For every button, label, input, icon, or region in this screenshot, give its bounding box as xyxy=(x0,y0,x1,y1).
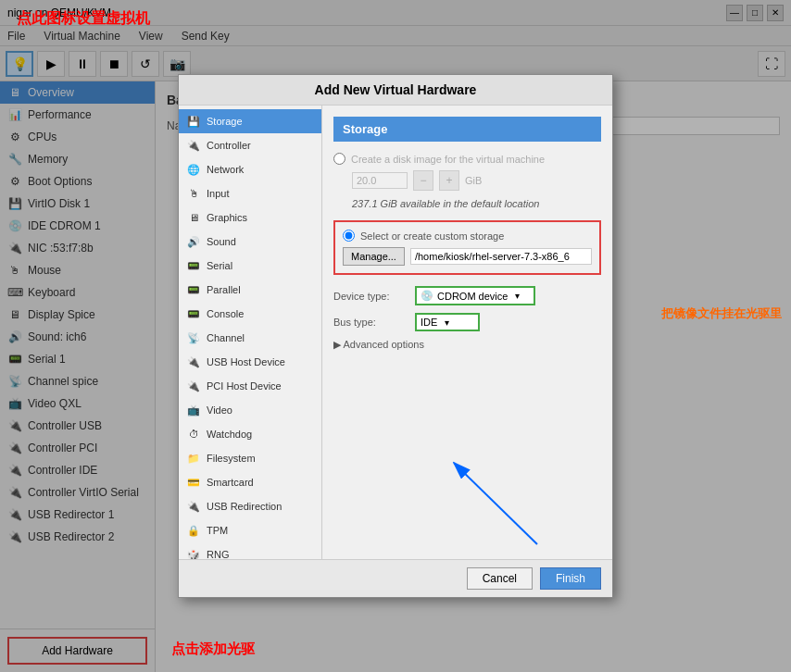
dialog-usb-host-label: USB Host Device xyxy=(207,356,285,367)
dialog-console-icon: 📟 xyxy=(186,306,201,321)
dialog-usb-redir-icon: 🔌 xyxy=(186,499,201,514)
dialog-item-tpm[interactable]: 🔒 TPM xyxy=(179,518,321,542)
custom-path-input[interactable] xyxy=(410,248,592,265)
dialog-controller-icon: 🔌 xyxy=(186,138,201,153)
dialog-smartcard-icon: 💳 xyxy=(186,475,201,490)
bus-type-dropdown-icon: ▾ xyxy=(445,317,449,328)
advanced-label: ▶ Advanced options xyxy=(333,339,424,351)
dialog-tpm-icon: 🔒 xyxy=(186,523,201,538)
dialog-usb-redir-label: USB Redirection xyxy=(207,501,282,512)
dialog-title: Add New Virtual Hardware xyxy=(179,75,612,106)
dialog-item-input[interactable]: 🖱 Input xyxy=(179,181,321,205)
dialog-item-graphics[interactable]: 🖥 Graphics xyxy=(179,205,321,230)
dialog-watchdog-label: Watchdog xyxy=(207,429,252,440)
dialog-input-label: Input xyxy=(207,188,229,199)
dialog-section-title: Storage xyxy=(333,117,601,142)
device-type-label: Device type: xyxy=(333,291,408,302)
dialog-channel-icon: 📡 xyxy=(186,330,201,345)
finish-button[interactable]: Finish xyxy=(540,567,601,590)
dialog-network-label: Network xyxy=(207,164,244,175)
dialog-tpm-label: TPM xyxy=(207,525,228,536)
dialog-pci-host-icon: 🔌 xyxy=(186,379,201,393)
dialog-console-label: Console xyxy=(207,308,244,319)
device-type-value: CDROM device xyxy=(437,291,508,302)
device-type-dropdown-icon: ▾ xyxy=(515,291,520,301)
cancel-button[interactable]: Cancel xyxy=(467,567,533,590)
dialog-left-panel: 💾 Storage 🔌 Controller 🌐 Network 🖱 Input… xyxy=(179,106,322,559)
manage-button[interactable]: Manage... xyxy=(343,247,405,266)
dialog-item-sound[interactable]: 🔊 Sound xyxy=(179,230,321,254)
dialog-storage-label: Storage xyxy=(207,116,243,127)
dialog-storage-icon: 💾 xyxy=(186,114,201,129)
dialog-item-video[interactable]: 📺 Video xyxy=(179,398,321,422)
size-unit: GiB xyxy=(465,175,482,186)
dialog-sound-icon: 🔊 xyxy=(186,234,201,249)
bus-type-label: Bus type: xyxy=(333,317,408,328)
dialog-rng-label: RNG xyxy=(207,549,229,559)
dialog-smartcard-label: Smartcard xyxy=(207,477,254,488)
device-type-select[interactable]: 💿 CDROM device ▾ xyxy=(415,286,535,305)
dialog-graphics-icon: 🖥 xyxy=(186,210,201,225)
size-input[interactable] xyxy=(352,172,408,189)
dialog-item-pci-host[interactable]: 🔌 PCI Host Device xyxy=(179,374,321,398)
dialog-rng-icon: 🎲 xyxy=(186,547,201,559)
size-plus-button[interactable]: + xyxy=(439,170,459,191)
radio-custom-storage[interactable] xyxy=(343,230,355,242)
radio-create-disk[interactable] xyxy=(333,153,345,165)
dialog-item-storage[interactable]: 💾 Storage xyxy=(179,109,321,133)
dialog-input-icon: 🖱 xyxy=(186,186,201,201)
available-text: 237.1 GiB available in the default locat… xyxy=(333,198,601,209)
dialog-sound-label: Sound xyxy=(207,236,236,247)
dialog-item-filesystem[interactable]: 📁 Filesystem xyxy=(179,446,321,470)
dialog-filesystem-label: Filesystem xyxy=(207,453,256,464)
dialog-pci-host-label: PCI Host Device xyxy=(207,380,282,392)
dialog-graphics-label: Graphics xyxy=(207,212,247,223)
bus-type-value: IDE xyxy=(421,317,437,328)
dialog-filesystem-icon: 📁 xyxy=(186,451,201,466)
dialog-item-console[interactable]: 📟 Console xyxy=(179,302,321,326)
dialog-parallel-label: Parallel xyxy=(207,284,241,295)
dialog-right-panel: Storage Create a disk image for the virt… xyxy=(322,106,612,559)
dialog-parallel-icon: 📟 xyxy=(186,282,201,297)
dialog-serial-icon: 📟 xyxy=(186,258,201,273)
radio-custom-label: Select or create custom storage xyxy=(360,230,504,242)
bus-type-select[interactable]: IDE ▾ xyxy=(415,313,480,331)
dialog-serial-label: Serial xyxy=(207,260,232,271)
dialog-item-smartcard[interactable]: 💳 Smartcard xyxy=(179,470,321,494)
dialog-channel-label: Channel xyxy=(207,332,245,343)
dialog: Add New Virtual Hardware 💾 Storage 🔌 Con… xyxy=(178,74,613,598)
dialog-watchdog-icon: ⏱ xyxy=(186,427,201,442)
dialog-controller-label: Controller xyxy=(207,140,251,151)
dialog-item-rng[interactable]: 🎲 RNG xyxy=(179,542,321,559)
dialog-item-channel[interactable]: 📡 Channel xyxy=(179,326,321,350)
dialog-network-icon: 🌐 xyxy=(186,162,201,177)
advanced-options[interactable]: ▶ Advanced options xyxy=(333,339,601,351)
dialog-video-icon: 📺 xyxy=(186,403,201,417)
dialog-item-network[interactable]: 🌐 Network xyxy=(179,157,321,181)
dialog-item-usb-host[interactable]: 🔌 USB Host Device xyxy=(179,350,321,374)
dialog-item-usb-redir[interactable]: 🔌 USB Redirection xyxy=(179,494,321,518)
dialog-overlay: Add New Virtual Hardware 💾 Storage 🔌 Con… xyxy=(0,0,791,672)
size-minus-button[interactable]: − xyxy=(413,170,433,191)
radio-create-label: Create a disk image for the virtual mach… xyxy=(351,154,545,165)
dialog-item-parallel[interactable]: 📟 Parallel xyxy=(179,278,321,302)
dialog-usb-host-icon: 🔌 xyxy=(186,355,201,369)
dialog-footer: Cancel Finish xyxy=(179,559,612,597)
dialog-item-watchdog[interactable]: ⏱ Watchdog xyxy=(179,422,321,446)
dialog-video-label: Video xyxy=(207,404,232,416)
dialog-item-serial[interactable]: 📟 Serial xyxy=(179,254,321,278)
dialog-item-controller[interactable]: 🔌 Controller xyxy=(179,133,321,157)
